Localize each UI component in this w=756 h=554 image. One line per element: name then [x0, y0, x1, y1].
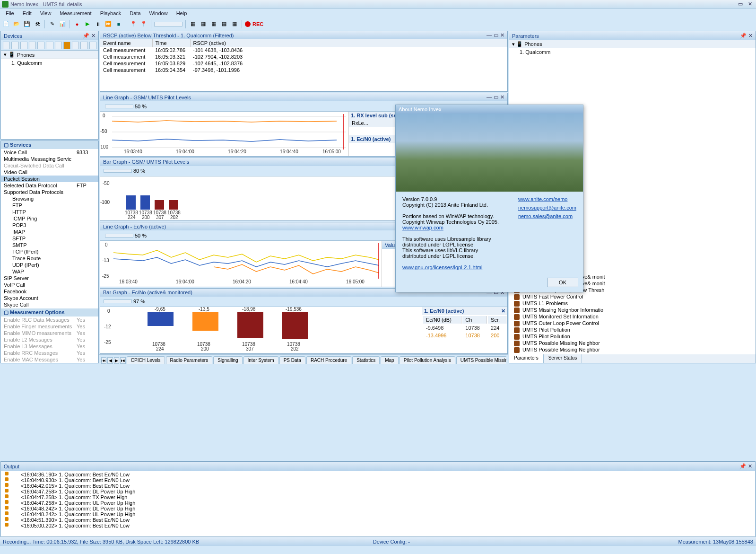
tab-last[interactable]: ⏭	[120, 357, 125, 364]
dev-btn11[interactable]	[89, 42, 96, 49]
pin-icon[interactable]: 📌	[739, 463, 746, 469]
close-icon[interactable]: ✕	[748, 463, 752, 469]
max-icon[interactable]: ▭	[494, 32, 498, 38]
param-item[interactable]: UMTS Pilot Pollution	[509, 326, 756, 333]
service-row[interactable]: Packet Session	[1, 176, 98, 182]
tab-map[interactable]: Map	[381, 356, 398, 364]
tab-server-status[interactable]: Server Status	[544, 354, 582, 363]
save-icon[interactable]: 💾	[23, 20, 31, 28]
layout2-icon[interactable]: ▦	[199, 20, 208, 28]
tab-radio-parameters[interactable]: Radio Parameters	[166, 356, 213, 364]
dev-btn3[interactable]	[20, 42, 27, 49]
dev-btn5[interactable]	[37, 42, 44, 49]
new-icon[interactable]: 📄	[2, 20, 10, 28]
step-icon[interactable]: ⏩	[104, 20, 113, 28]
service-row[interactable]: Facebook	[1, 288, 98, 295]
device-item[interactable]: 1. Qualcomm	[1, 59, 98, 67]
service-row[interactable]: Supported Data Protocols	[1, 189, 98, 195]
dev-btn6[interactable]	[46, 42, 53, 49]
service-row[interactable]: FTP	[1, 202, 98, 209]
menu-view[interactable]: View	[36, 9, 55, 17]
dev-btn4[interactable]	[29, 42, 36, 49]
menu-file[interactable]: File	[2, 9, 18, 17]
service-row[interactable]: Skype Call	[1, 301, 98, 308]
service-row[interactable]: WAP	[1, 268, 98, 275]
dev-btn8[interactable]	[63, 42, 70, 49]
param-item[interactable]: UMTS Pilot Pollution	[509, 333, 756, 340]
service-row[interactable]: VoIP Call	[1, 281, 98, 288]
menu-window[interactable]: Window	[146, 9, 172, 17]
stop-icon[interactable]: ■	[114, 20, 123, 28]
tab-ps-data[interactable]: PS Data	[279, 356, 305, 364]
close-icon[interactable]: ✕	[748, 33, 753, 39]
param-item[interactable]: UMTS L1 Problems	[509, 300, 756, 307]
param-device-item[interactable]: 1. Qualcomm	[509, 48, 756, 56]
tab-parameters[interactable]: Parameters	[509, 354, 544, 363]
wand-icon[interactable]: ✎	[48, 20, 56, 28]
play-icon[interactable]: ▶	[83, 20, 92, 28]
pin-icon[interactable]: 📌	[83, 33, 89, 39]
close-panel-icon[interactable]: ✕	[91, 33, 96, 39]
min-icon[interactable]: —	[487, 32, 492, 38]
open-icon[interactable]: 📂	[12, 20, 21, 28]
menu-data[interactable]: Data	[126, 9, 144, 17]
zoom-slider[interactable]	[104, 169, 132, 173]
service-row[interactable]: POP3	[1, 222, 98, 229]
pin-icon[interactable]: 📌	[740, 33, 747, 39]
service-row[interactable]: UDP (IPerf)	[1, 262, 98, 268]
anite-link[interactable]: www.anite.com/nemo	[518, 196, 576, 202]
minimize-icon[interactable]: —	[727, 1, 735, 8]
sales-link[interactable]: nemo.sales@anite.com	[518, 213, 576, 219]
service-row[interactable]: Circuit-Switched Data Call	[1, 162, 98, 169]
service-row[interactable]: SIP Server	[1, 275, 98, 281]
menu-measurement[interactable]: Measurement	[56, 9, 95, 17]
winwap-link[interactable]: www.winwap.com	[402, 225, 443, 230]
param-item[interactable]: UMTS Outer Loop Power Control	[509, 320, 756, 326]
close-icon[interactable]: ✕	[500, 32, 504, 38]
service-row[interactable]: Voice Call9333	[1, 149, 98, 156]
marker2-icon[interactable]: 📍	[139, 20, 148, 28]
param-item[interactable]: UMTS Possible Missing Neighbor	[509, 346, 756, 353]
layout1-icon[interactable]: ▦	[189, 20, 197, 28]
table-row[interactable]: Cell measurement16:05:04.354-97.3498, -1…	[100, 67, 507, 73]
param-item[interactable]: UMTS Missing Neighbor Informatio	[509, 307, 756, 313]
menu-playback[interactable]: Playback	[96, 9, 125, 17]
service-row[interactable]: SFTP	[1, 235, 98, 242]
tab-umts-possible-missing-nei-[interactable]: UMTS Possible Missing Nei...	[456, 356, 506, 364]
tab-inter-system[interactable]: Inter System	[243, 356, 278, 364]
tab-first[interactable]: ⏮	[101, 357, 106, 364]
dev-btn10[interactable]	[80, 42, 87, 49]
menu-edit[interactable]: Edit	[19, 9, 35, 17]
service-row[interactable]: TCP (IPerf)	[1, 248, 98, 255]
tab-pilot-pollution-analysis[interactable]: Pilot Pollution Analysis	[400, 356, 455, 364]
layout3-icon[interactable]: ▦	[209, 20, 218, 28]
layout5-icon[interactable]: ▦	[230, 20, 239, 28]
tab-cpich-levels[interactable]: CPICH Levels	[127, 356, 165, 364]
dev-btn7[interactable]	[55, 42, 62, 49]
close-icon[interactable]: ✕	[746, 1, 754, 8]
service-row[interactable]: Trace Route	[1, 255, 98, 262]
service-row[interactable]: SMTP	[1, 242, 98, 248]
service-row[interactable]: ICMP Ping	[1, 215, 98, 222]
layout4-icon[interactable]: ▦	[220, 20, 228, 28]
table-row[interactable]: Cell measurement16:05:03.829-102.4645, -…	[100, 60, 507, 67]
tab-prev[interactable]: ◀	[107, 357, 113, 364]
param-item[interactable]: UMTS Monitored Set Information	[509, 313, 756, 320]
tab-rach-procedure[interactable]: RACH Procedure	[306, 356, 351, 364]
zoom-slider[interactable]	[105, 105, 133, 108]
service-row[interactable]: Multimedia Messaging Servic	[1, 156, 98, 162]
service-row[interactable]: Browsing	[1, 195, 98, 202]
service-row[interactable]: HTTP	[1, 209, 98, 215]
ok-button[interactable]: OK	[547, 278, 578, 287]
dev-btn1[interactable]	[3, 42, 10, 49]
service-row[interactable]: Selected Data ProtocolFTP	[1, 182, 98, 189]
gnu-link[interactable]: www.gnu.org/licenses/lgpl-2.1.html	[402, 264, 482, 270]
table-row[interactable]: Cell measurement16:05:02.786-101.4638, -…	[100, 47, 507, 53]
param-item[interactable]: UMTS Possible Missing Neighbor	[509, 340, 756, 346]
service-row[interactable]: Video Call	[1, 169, 98, 176]
record-icon[interactable]: ●	[73, 20, 81, 28]
support-link[interactable]: nemosupport@anite.com	[518, 205, 576, 211]
chart-icon[interactable]: 📊	[58, 20, 67, 28]
expand-icon[interactable]: ▾	[4, 52, 7, 58]
param-item[interactable]: UMTS Fast Power Control	[509, 293, 756, 300]
